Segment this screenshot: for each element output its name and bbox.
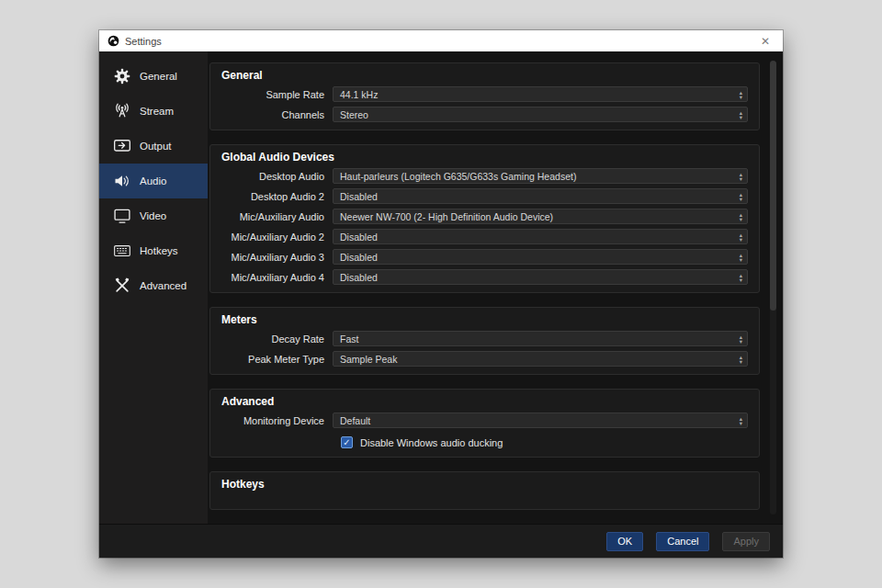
combo-value: Stereo [340, 109, 368, 120]
disable-audio-ducking-checkbox[interactable] [341, 436, 353, 448]
combo-updown-icon: ▴▾ [734, 212, 742, 221]
field-label: Mic/Auxiliary Audio 2 [221, 232, 333, 243]
field-label: Mic/Auxiliary Audio [221, 211, 333, 222]
sidebar-item-audio[interactable]: Audio [99, 164, 208, 198]
titlebar: Settings ✕ [99, 30, 783, 51]
sidebar-item-label: Video [140, 210, 166, 221]
audio-settings-panel: General Sample Rate 44.1 kHz ▴▾ Channels… [208, 51, 783, 524]
combo-updown-icon: ▴▾ [734, 273, 742, 282]
sample-rate-combo[interactable]: 44.1 kHz ▴▾ [333, 86, 748, 102]
decay-rate-combo[interactable]: Fast ▴▾ [333, 331, 748, 346]
sidebar-item-video[interactable]: Video [99, 198, 208, 233]
window-title: Settings [125, 36, 162, 47]
sidebar-item-label: Audio [140, 175, 166, 187]
section-global-audio-devices: Global Audio Devices Desktop Audio Haut-… [209, 144, 760, 293]
sidebar-item-hotkeys[interactable]: Hotkeys [99, 233, 208, 268]
monitoring-device-combo[interactable]: Default ▴▾ [333, 413, 748, 428]
mic-aux-audio-2-combo[interactable]: Disabled ▴▾ [333, 229, 748, 244]
sidebar-item-label: Hotkeys [140, 245, 178, 256]
section-hotkeys: Hotkeys [209, 471, 760, 510]
combo-updown-icon: ▴▾ [734, 232, 742, 242]
vertical-scrollbar[interactable] [770, 61, 776, 514]
peak-meter-type-combo[interactable]: Sample Peak ▴▾ [333, 351, 748, 367]
combo-updown-icon: ▴▾ [734, 110, 742, 119]
mic-aux-audio-3-combo[interactable]: Disabled ▴▾ [333, 249, 748, 265]
section-title: Global Audio Devices [221, 151, 748, 164]
keyboard-icon [113, 242, 131, 260]
mic-aux-audio-combo[interactable]: Neewer NW-700 (2- High Definition Audio … [333, 209, 748, 224]
section-title: Advanced [221, 395, 748, 408]
field-label: Decay Rate [221, 334, 333, 345]
desktop-audio-2-combo[interactable]: Disabled ▴▾ [333, 188, 748, 204]
tools-icon [113, 277, 131, 295]
field-label: Monitoring Device [221, 415, 333, 426]
output-icon [113, 137, 131, 155]
combo-value: Fast [340, 334, 358, 345]
combo-value: Disabled [340, 232, 378, 243]
combo-value: Sample Peak [340, 354, 397, 365]
sidebar-item-label: Stream [140, 106, 174, 117]
sidebar-item-label: Output [140, 141, 172, 152]
combo-updown-icon: ▴▾ [734, 172, 742, 181]
field-label: Mic/Auxiliary Audio 4 [221, 272, 333, 283]
field-label: Sample Rate [221, 89, 333, 100]
section-general: General Sample Rate 44.1 kHz ▴▾ Channels… [209, 62, 760, 130]
apply-button[interactable]: Apply [722, 532, 770, 551]
section-meters: Meters Decay Rate Fast ▴▾ Peak Meter Typ… [209, 307, 760, 375]
combo-value: 44.1 kHz [340, 89, 378, 100]
gear-icon [113, 67, 131, 85]
combo-value: Disabled [340, 252, 378, 263]
channels-combo[interactable]: Stereo ▴▾ [333, 107, 748, 122]
combo-value: Default [340, 415, 370, 426]
field-label: Channels [221, 109, 333, 120]
field-label: Mic/Auxiliary Audio 3 [221, 252, 333, 263]
speaker-icon [113, 172, 131, 190]
settings-sidebar: General Stream Output [99, 51, 208, 524]
checkbox-label[interactable]: Disable Windows audio ducking [360, 437, 503, 448]
sidebar-item-advanced[interactable]: Advanced [99, 268, 208, 303]
combo-updown-icon: ▴▾ [734, 416, 742, 425]
obs-logo-icon [107, 35, 119, 47]
mic-aux-audio-4-combo[interactable]: Disabled ▴▾ [333, 269, 748, 285]
sidebar-item-stream[interactable]: Stream [99, 94, 208, 129]
field-label: Peak Meter Type [221, 354, 333, 365]
combo-updown-icon: ▴▾ [734, 355, 742, 364]
combo-updown-icon: ▴▾ [734, 192, 742, 201]
ok-button[interactable]: OK [606, 532, 643, 551]
field-label: Desktop Audio 2 [221, 191, 333, 202]
section-title: Hotkeys [221, 478, 748, 491]
section-title: Meters [221, 313, 748, 326]
combo-value: Disabled [340, 272, 378, 283]
sidebar-item-general[interactable]: General [99, 59, 208, 94]
cancel-button[interactable]: Cancel [656, 532, 709, 551]
close-button[interactable]: ✕ [756, 32, 775, 51]
desktop-audio-combo[interactable]: Haut-parleurs (Logitech G635/G633s Gamin… [333, 168, 748, 184]
dialog-footer: OK Cancel Apply [99, 524, 783, 558]
monitor-icon [113, 207, 131, 225]
combo-value: Disabled [340, 191, 378, 202]
combo-updown-icon: ▴▾ [734, 334, 742, 344]
sidebar-item-output[interactable]: Output [99, 129, 208, 164]
section-advanced: Advanced Monitoring Device Default ▴▾ Di… [209, 389, 760, 458]
scrollbar-thumb[interactable] [770, 61, 776, 311]
sidebar-item-label: General [140, 71, 177, 82]
combo-updown-icon: ▴▾ [734, 253, 742, 262]
combo-value: Haut-parleurs (Logitech G635/G633s Gamin… [340, 171, 576, 182]
combo-value: Neewer NW-700 (2- High Definition Audio … [340, 211, 553, 222]
settings-window: Settings ✕ General [99, 30, 783, 558]
combo-updown-icon: ▴▾ [734, 90, 742, 99]
antenna-icon [113, 102, 131, 120]
section-title: General [221, 69, 748, 82]
sidebar-item-label: Advanced [140, 280, 187, 291]
field-label: Desktop Audio [221, 171, 333, 182]
